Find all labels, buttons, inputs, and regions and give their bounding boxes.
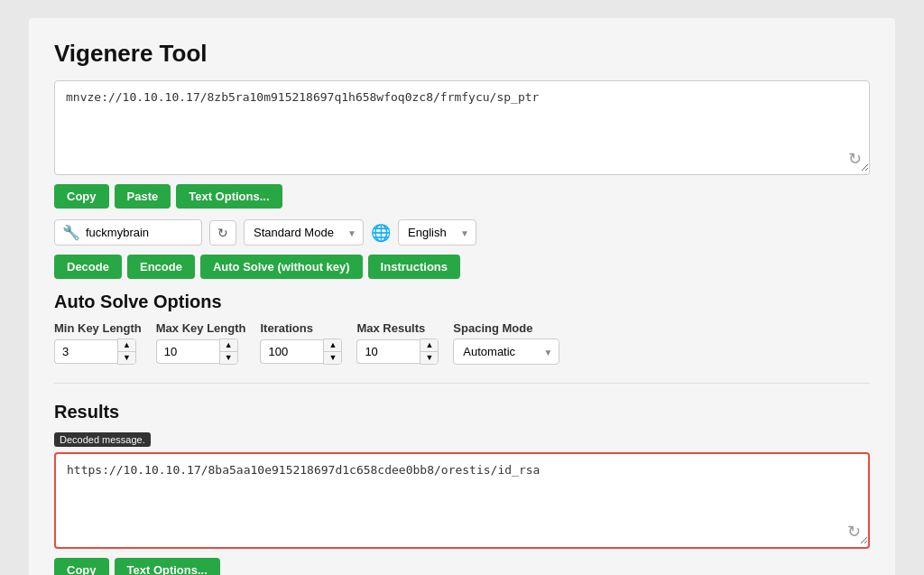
mode-select-wrapper: Standard Mode Full Vigenere Beaufort Var… <box>244 219 364 246</box>
max-key-length-group: Max Key Length ▲ ▼ <box>156 321 246 365</box>
min-key-length-down[interactable]: ▼ <box>118 352 135 364</box>
spacing-mode-group: Spacing Mode Automatic None Word Spaces … <box>453 321 559 365</box>
spacing-mode-select[interactable]: Automatic None Word Spaces <box>453 339 559 365</box>
max-key-length-input[interactable] <box>156 339 219 364</box>
top-button-row: Copy Paste Text Options... <box>54 184 870 209</box>
result-area: https://10.10.10.17/8ba5aa10e915218697d1… <box>54 452 870 549</box>
mode-select[interactable]: Standard Mode Full Vigenere Beaufort Var… <box>244 219 364 246</box>
result-textarea[interactable]: https://10.10.10.17/8ba5aa10e915218697d1… <box>56 454 868 544</box>
iterations-spinner: ▲ ▼ <box>260 339 342 365</box>
decoded-badge: Decoded message. <box>54 432 151 447</box>
input-area: mnvze://10.10.10.17/8zb5ra10m915218697q1… <box>54 80 870 175</box>
spacing-mode-label: Spacing Mode <box>453 321 559 335</box>
min-key-length-group: Min Key Length ▲ ▼ <box>54 321 142 365</box>
language-select[interactable]: English French German Spanish <box>398 219 476 246</box>
max-results-spinner: ▲ ▼ <box>356 339 439 365</box>
max-results-spinner-btns: ▲ ▼ <box>420 339 439 365</box>
max-key-length-spinner-btns: ▲ ▼ <box>219 339 238 365</box>
input-textarea[interactable]: mnvze://10.10.10.17/8zb5ra10m915218697q1… <box>55 81 869 172</box>
max-results-up[interactable]: ▲ <box>420 339 438 352</box>
spacing-mode-select-wrapper: Automatic None Word Spaces ▼ <box>453 339 559 365</box>
min-key-length-input[interactable] <box>54 339 117 364</box>
text-options-button-2[interactable]: Text Options... <box>115 558 220 575</box>
min-key-length-spinner: ▲ ▼ <box>54 339 142 365</box>
text-options-button-1[interactable]: Text Options... <box>176 184 282 209</box>
auto-solve-button[interactable]: Auto Solve (without key) <box>200 255 363 279</box>
max-results-label: Max Results <box>356 321 439 335</box>
instructions-button[interactable]: Instructions <box>368 255 460 279</box>
max-key-length-up[interactable]: ▲ <box>220 339 237 352</box>
auto-solve-options-grid: Min Key Length ▲ ▼ Max Key Length ▲ ▼ <box>54 321 870 365</box>
page-title: Vigenere Tool <box>54 40 870 68</box>
max-key-length-down[interactable]: ▼ <box>220 352 237 364</box>
divider <box>54 383 870 384</box>
iterations-spinner-btns: ▲ ▼ <box>323 339 342 365</box>
auto-solve-heading: Auto Solve Options <box>54 292 870 312</box>
language-select-wrapper: English French German Spanish ▼ <box>398 219 476 246</box>
globe-icon: 🌐 <box>371 223 391 243</box>
iterations-label: Iterations <box>260 321 342 335</box>
controls-row: 🔧 ↻ Standard Mode Full Vigenere Beaufort… <box>54 219 870 246</box>
max-results-group: Max Results ▲ ▼ <box>356 321 439 365</box>
max-key-length-spinner: ▲ ▼ <box>156 339 246 365</box>
encode-button[interactable]: Encode <box>127 255 195 279</box>
results-heading: Results <box>54 402 870 422</box>
reset-button[interactable]: ↻ <box>209 220 236 246</box>
iterations-up[interactable]: ▲ <box>324 339 341 352</box>
results-section: Results Decoded message. https://10.10.1… <box>54 402 870 575</box>
refresh-icon[interactable]: ↻ <box>848 149 862 169</box>
min-key-length-up[interactable]: ▲ <box>118 339 135 352</box>
key-icon: 🔧 <box>62 224 80 241</box>
key-input-wrapper: 🔧 <box>54 219 202 246</box>
min-key-length-spinner-btns: ▲ ▼ <box>117 339 136 365</box>
result-refresh-icon[interactable]: ↻ <box>847 522 861 542</box>
max-results-down[interactable]: ▼ <box>420 352 438 364</box>
result-button-row: Copy Text Options... <box>54 558 870 575</box>
iterations-down[interactable]: ▼ <box>324 352 341 364</box>
paste-button[interactable]: Paste <box>115 184 171 209</box>
copy-button-2[interactable]: Copy <box>54 558 109 575</box>
iterations-input[interactable] <box>260 339 323 364</box>
min-key-length-label: Min Key Length <box>54 321 142 335</box>
max-key-length-label: Max Key Length <box>156 321 246 335</box>
iterations-group: Iterations ▲ ▼ <box>260 321 342 365</box>
key-input[interactable] <box>86 226 194 239</box>
decode-button[interactable]: Decode <box>54 255 122 279</box>
max-results-input[interactable] <box>356 339 420 364</box>
action-button-row: Decode Encode Auto Solve (without key) I… <box>54 255 870 279</box>
copy-button-1[interactable]: Copy <box>54 184 109 209</box>
